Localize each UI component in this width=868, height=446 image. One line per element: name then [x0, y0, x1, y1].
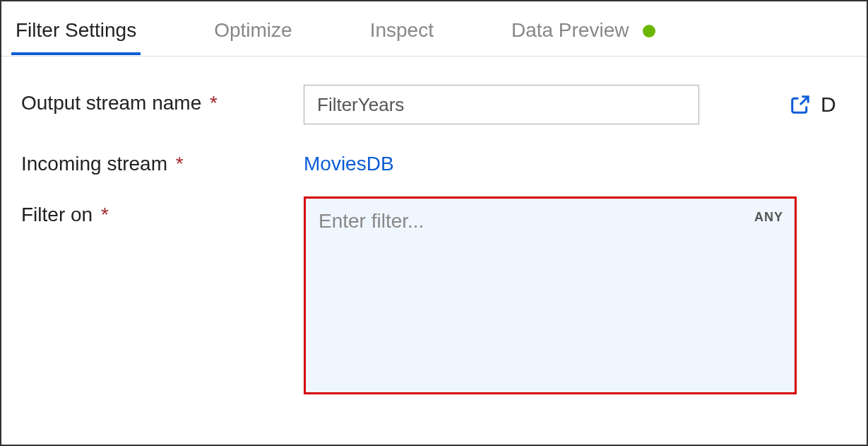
input-cell-filter-on: Enter filter... ANY — [304, 196, 847, 394]
label-output-stream: Output stream name * — [21, 85, 304, 115]
tab-inspect[interactable]: Inspect — [370, 4, 434, 54]
output-stream-label-text: Output stream name — [21, 92, 201, 114]
incoming-stream-label-text: Incoming stream — [21, 153, 167, 175]
filter-placeholder-text: Enter filter... — [319, 210, 424, 232]
label-incoming-stream: Incoming stream * — [21, 146, 304, 175]
status-dot-icon — [643, 25, 655, 37]
input-cell-output-stream: D — [304, 85, 847, 124]
form-area: Output stream name * D Incoming stream * — [1, 57, 867, 394]
tab-data-preview-label: Data Preview — [511, 19, 629, 41]
open-in-new-icon[interactable] — [790, 94, 811, 115]
filter-on-label-text: Filter on — [21, 204, 93, 225]
row-filter-on: Filter on * Enter filter... ANY — [21, 196, 847, 394]
input-cell-incoming-stream: MoviesDB — [304, 146, 847, 175]
row-output-stream: Output stream name * D — [21, 85, 847, 124]
truncated-action-text: D — [821, 93, 836, 117]
open-link-group: D — [790, 93, 836, 117]
required-marker: * — [210, 92, 218, 114]
required-marker: * — [101, 204, 109, 225]
filter-expression-input[interactable]: Enter filter... ANY — [304, 196, 797, 394]
tab-optimize[interactable]: Optimize — [214, 4, 292, 54]
tab-filter-settings[interactable]: Filter Settings — [16, 4, 136, 54]
row-incoming-stream: Incoming stream * MoviesDB — [21, 146, 847, 175]
tab-data-preview[interactable]: Data Preview — [511, 4, 655, 54]
tab-bar: Filter Settings Optimize Inspect Data Pr… — [1, 1, 867, 57]
filter-type-badge: ANY — [754, 210, 783, 225]
required-marker: * — [176, 153, 184, 175]
incoming-stream-link[interactable]: MoviesDB — [304, 146, 394, 175]
label-filter-on: Filter on * — [21, 196, 304, 226]
output-stream-input[interactable] — [304, 85, 699, 124]
